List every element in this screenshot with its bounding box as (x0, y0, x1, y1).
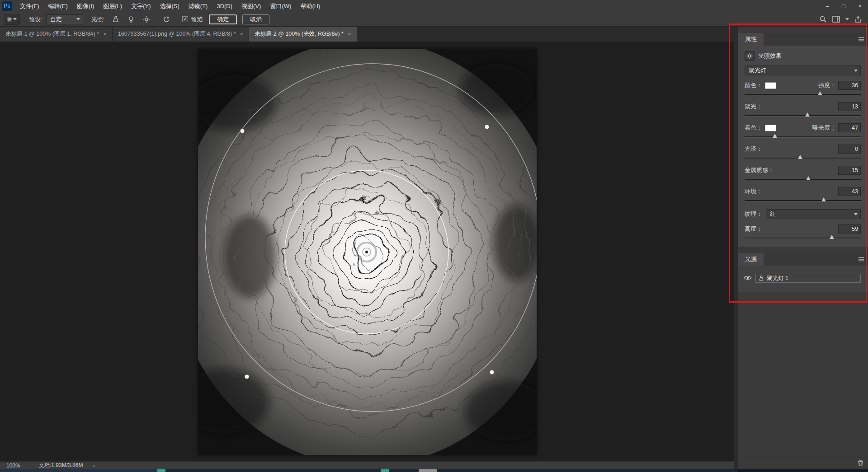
panel-menu-icon[interactable] (858, 33, 868, 46)
search-icon[interactable] (819, 15, 827, 23)
taskbar-segment (419, 469, 437, 472)
properties-panel-header: 属性 (738, 33, 868, 46)
menu-item-9[interactable]: 窗口(W) (265, 0, 296, 12)
menu-item-3[interactable]: 图层(L) (99, 0, 127, 12)
taskbar-segment (738, 469, 868, 472)
main-area: 未标题-1 @ 100% (图层 1, RGB/8#) *×1607933567… (0, 27, 868, 469)
metallic-slider[interactable] (745, 176, 861, 182)
document-tab[interactable]: 未标题-2 @ 100% (光效, RGB/8#) *× (249, 27, 357, 42)
spot-light-icon (112, 15, 120, 23)
hotspot-slider[interactable] (745, 112, 861, 118)
property-row-height: 高度： 59 (745, 224, 861, 234)
menu-item-1[interactable]: 编辑(E) (44, 0, 72, 12)
menu-item-2[interactable]: 图像(I) (72, 0, 99, 12)
status-chevron-icon[interactable]: › (93, 463, 94, 469)
light-tool-icon (7, 17, 12, 22)
menu-item-7[interactable]: 3D(D) (212, 0, 237, 12)
exposure-slider[interactable] (745, 134, 861, 139)
ambience-value[interactable]: 43 (838, 187, 861, 196)
light-item-name: 聚光灯 1 (767, 275, 788, 282)
intensity-label: 强度： (818, 81, 836, 89)
taskbar-segment (157, 469, 165, 472)
panel-footer (738, 458, 868, 469)
texture-label: 纹理： (745, 210, 762, 218)
panel-splitter[interactable] (734, 27, 738, 469)
menu-item-0[interactable]: 文件(F) (15, 0, 44, 12)
document-tab[interactable]: 未标题-1 @ 100% (图层 1, RGB/8#) *× (0, 27, 113, 42)
reset-lights-button[interactable] (161, 14, 171, 24)
panel-menu-icon[interactable] (858, 253, 868, 266)
close-button[interactable]: × (852, 0, 868, 12)
document-canvas[interactable] (198, 49, 537, 455)
gloss-slider[interactable] (745, 155, 861, 160)
intensity-value[interactable]: 36 (838, 81, 861, 90)
canvas-area[interactable] (0, 42, 734, 461)
hotspot-label: 聚光： (745, 103, 762, 111)
lighting-effects-icon (745, 51, 755, 61)
exposure-label: 曝光度： (812, 124, 836, 132)
color-swatch[interactable] (765, 82, 776, 89)
intensity-slider[interactable] (745, 91, 861, 97)
menu-item-4[interactable]: 文字(Y) (127, 0, 155, 12)
tab-close-icon[interactable]: × (240, 31, 244, 37)
metallic-label: 金属质感： (745, 166, 774, 174)
tab-title: 未标题-1 @ 100% (图层 1, RGB/8#) * (5, 30, 99, 38)
window-controls: – □ × (819, 0, 868, 12)
height-value[interactable]: 59 (838, 224, 861, 234)
slider-thumb (821, 197, 826, 201)
property-row-color-intensity: 颜色： 强度： 36 (745, 81, 861, 90)
lighting-tool-preset-button[interactable] (4, 14, 20, 25)
property-row-texture: 纹理： 红 (745, 209, 861, 219)
lights-label: 光照: (91, 15, 105, 23)
tab-close-icon[interactable]: × (103, 31, 107, 37)
hotspot-value[interactable]: 13 (838, 102, 861, 111)
delete-trash-icon[interactable] (858, 460, 863, 468)
tab-close-icon[interactable]: × (348, 31, 351, 37)
add-spot-light-button[interactable] (111, 14, 121, 24)
minimize-button[interactable]: – (819, 0, 835, 12)
height-slider[interactable] (745, 235, 861, 240)
menu-item-8[interactable]: 视图(V) (237, 0, 265, 12)
tab-lights[interactable]: 光源 (738, 253, 764, 266)
properties-panel-body: 光照效果 聚光灯 颜色： 强度： 36 (738, 46, 868, 247)
lighting-effects-preview (198, 49, 537, 455)
menu-items: 文件(F)编辑(E)图像(I)图层(L)文字(Y)选择(S)滤镜(T)3D(D)… (15, 0, 325, 12)
photoshop-logo: Ps (2, 1, 12, 11)
ok-button[interactable]: 确定 (209, 14, 237, 24)
menu-item-6[interactable]: 滤镜(T) (184, 0, 212, 12)
ambience-slider[interactable] (745, 197, 861, 203)
workspace-layout-icon[interactable] (832, 16, 840, 23)
visibility-eye-icon[interactable] (744, 274, 752, 282)
status-bar: 100% 文档:1.93M/3.86M › (0, 461, 734, 469)
preset-dropdown[interactable]: 自定 (46, 14, 83, 24)
menu-item-10[interactable]: 帮助(H) (296, 0, 325, 12)
zoom-level[interactable]: 100% (6, 463, 27, 469)
share-icon[interactable] (854, 16, 862, 23)
lights-panel-header: 光源 (738, 253, 868, 266)
chevron-down-icon (854, 70, 858, 72)
add-point-light-button[interactable] (126, 14, 136, 24)
colorize-swatch[interactable] (765, 125, 776, 131)
light-item-box[interactable]: 聚光灯 1 (755, 274, 861, 283)
document-area: 未标题-1 @ 100% (图层 1, RGB/8#) *×1607933567… (0, 27, 734, 469)
light-list-item[interactable]: 聚光灯 1 (744, 274, 861, 283)
metallic-value[interactable]: 15 (838, 166, 861, 175)
exposure-value[interactable]: -47 (838, 123, 861, 132)
maximize-button[interactable]: □ (835, 0, 852, 12)
chevron-down-icon[interactable] (845, 18, 849, 20)
menu-item-5[interactable]: 选择(S) (155, 0, 184, 12)
add-infinite-light-button[interactable] (142, 14, 151, 24)
document-tab[interactable]: 1607933567(1).png @ 100% (图层 4, RGB/8) *… (113, 27, 249, 42)
light-type-dropdown[interactable]: 聚光灯 (745, 65, 861, 75)
slider-thumb (830, 235, 834, 239)
preview-label: 预览 (191, 15, 203, 23)
gloss-value[interactable]: 0 (838, 145, 861, 154)
preview-checkbox-group: ✓ 预览 (182, 15, 203, 23)
preset-value: 自定 (50, 15, 62, 23)
slider-thumb (818, 91, 822, 95)
reset-icon (162, 15, 170, 23)
preview-checkbox[interactable]: ✓ (182, 16, 188, 22)
cancel-button[interactable]: 取消 (242, 14, 269, 24)
tab-properties[interactable]: 属性 (738, 33, 764, 46)
texture-dropdown[interactable]: 红 (766, 209, 861, 219)
